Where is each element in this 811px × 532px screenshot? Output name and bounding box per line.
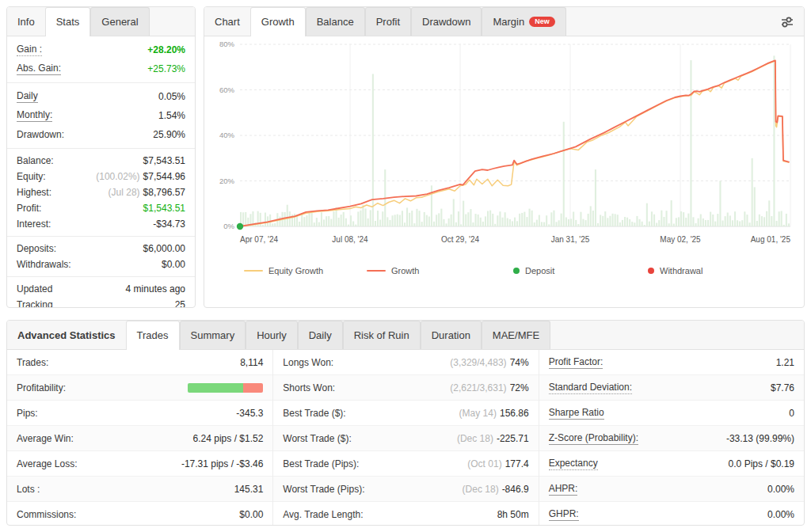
- stat-label-withdrawals: Withdrawals:: [17, 259, 71, 270]
- tab-drawdown[interactable]: Drawdown: [411, 7, 482, 36]
- volume-bar: [541, 222, 543, 226]
- cell-label-profit-factor[interactable]: Profit Factor:: [549, 356, 603, 369]
- tab-stats[interactable]: Stats: [45, 7, 91, 36]
- cell-value: $0.00: [239, 509, 263, 520]
- volume-bar: [773, 55, 775, 226]
- tab-daily[interactable]: Daily: [298, 321, 343, 349]
- cell-value-muted: (2,621/3,631): [450, 382, 506, 393]
- volume-bar: [779, 211, 780, 226]
- volume-bar: [409, 213, 410, 226]
- volume-bar: [590, 206, 592, 226]
- stat-label-daily[interactable]: Daily: [17, 90, 38, 103]
- cell-label-z-score-probability[interactable]: Z-Score (Probability):: [549, 432, 638, 445]
- cell-label-average-loss: Average Loss:: [17, 458, 78, 469]
- tab-chart[interactable]: Chart: [204, 7, 250, 36]
- cell-label-sharpe-ratio[interactable]: Sharpe Ratio: [549, 407, 604, 420]
- volume-bar: [617, 215, 619, 226]
- cell-value: (3,329/4,483)74%: [450, 357, 528, 368]
- tab-mae-mfe[interactable]: MAE/MFE: [482, 321, 550, 349]
- volume-bar: [690, 60, 691, 226]
- tab-growth[interactable]: Growth: [250, 7, 306, 36]
- volume-bar: [377, 211, 379, 226]
- cell-value-muted: (Dec 18): [457, 433, 493, 444]
- tab-label: Growth: [261, 16, 295, 28]
- cell-label-ghpr[interactable]: GHPR:: [549, 508, 579, 521]
- cell-value: 0: [789, 408, 794, 419]
- tab-risk-of-ruin[interactable]: Risk of Ruin: [343, 321, 421, 349]
- stat-value: (Jul 28)$8,796.57: [109, 187, 185, 198]
- stat-label-abs-gain[interactable]: Abs. Gain:: [17, 63, 61, 75]
- tab-profit[interactable]: Profit: [365, 7, 411, 36]
- cell-value: -17.31 pips / -$3.46: [181, 458, 263, 469]
- cell-value-muted: (Dec 18): [463, 484, 499, 495]
- volume-bar: [717, 214, 718, 226]
- volume-bar: [463, 201, 464, 226]
- cell-label-ahpr[interactable]: AHPR:: [549, 483, 578, 496]
- volume-bar: [287, 205, 288, 226]
- stats-list: Gain :+28.20%Abs. Gain:+25.73%Daily0.05%…: [7, 36, 195, 308]
- cell-label-standard-deviation[interactable]: Standard Deviation:: [549, 382, 632, 394]
- volume-bar: [355, 225, 356, 226]
- tab-summary[interactable]: Summary: [180, 321, 246, 349]
- tab-duration[interactable]: Duration: [421, 321, 482, 349]
- volume-bar: [489, 211, 491, 226]
- stat-value-main: 1.54%: [158, 110, 185, 121]
- tab-general[interactable]: General: [90, 7, 149, 36]
- chart-panel: ChartGrowthBalanceProfitDrawdownMarginNe…: [204, 6, 805, 308]
- tab-margin[interactable]: MarginNew: [482, 7, 565, 36]
- volume-bar: [424, 212, 425, 226]
- volume-bar: [741, 220, 743, 226]
- volume-bar: [451, 215, 452, 226]
- tab-hourly[interactable]: Hourly: [246, 321, 298, 349]
- volume-bar: [534, 222, 535, 226]
- legend-swatch-equity-growth: [244, 270, 263, 272]
- volume-bar: [372, 74, 374, 226]
- volume-bar: [727, 213, 729, 227]
- legend-item-growth[interactable]: Growth: [367, 266, 419, 276]
- chart-settings-icon[interactable]: [779, 13, 796, 31]
- tab-trades[interactable]: Trades: [126, 321, 180, 350]
- stat-label-gain[interactable]: Gain :: [17, 44, 42, 56]
- cell-value-main: -17.31 pips / -$3.46: [181, 458, 263, 469]
- volume-bar: [269, 215, 271, 226]
- volume-bar: [653, 215, 655, 226]
- stat-label-monthly[interactable]: Monthly:: [17, 109, 52, 122]
- volume-bar: [707, 220, 709, 226]
- stat-value-muted: (Jul 28): [109, 187, 140, 198]
- stat-value: $6,000.00: [143, 243, 185, 254]
- cell-value-main: 145.31: [234, 484, 264, 495]
- volume-bar: [389, 220, 390, 226]
- tab-label: Balance: [317, 16, 354, 28]
- stat-row-withdrawals: Withdrawals:$0.00: [7, 256, 195, 272]
- cell-label-trades: Trades:: [17, 357, 48, 368]
- stats-column-2: Longs Won:(3,329/4,483)74%Shorts Won:(2,…: [272, 350, 538, 526]
- cell-value-main: -345.3: [236, 408, 263, 419]
- trades-statistics-table: Trades:8,114Profitability:Pips:-345.3Ave…: [7, 350, 804, 526]
- row-expectancy: Expectancy0.0 Pips / $0.19: [539, 451, 804, 477]
- profitability-bar: [188, 383, 263, 393]
- tab-info[interactable]: Info: [7, 7, 45, 36]
- legend-item-withdrawal[interactable]: Withdrawal: [648, 266, 702, 276]
- legend-item-deposit[interactable]: Deposit: [513, 266, 554, 276]
- stat-value-main: 25: [175, 299, 185, 308]
- volume-bar: [543, 222, 545, 226]
- cell-label-expectancy[interactable]: Expectancy: [549, 458, 598, 470]
- volume-bar: [446, 223, 447, 226]
- volume-bar: [306, 215, 307, 226]
- volume-bar: [502, 218, 504, 226]
- tab-advanced-statistics[interactable]: Advanced Statistics: [7, 321, 126, 349]
- y-tick-label: 80%: [219, 40, 235, 48]
- volume-bar: [595, 169, 596, 226]
- volume-bar: [692, 217, 694, 226]
- row-best-trade: Best Trade ($):(May 14)156.86: [273, 401, 538, 426]
- volume-bar: [386, 217, 388, 226]
- tab-balance[interactable]: Balance: [306, 7, 365, 36]
- volume-bar: [781, 211, 782, 227]
- volume-bar: [330, 219, 332, 227]
- volume-bar: [705, 220, 706, 226]
- volume-bar: [443, 219, 444, 226]
- legend-item-equity-growth[interactable]: Equity Growth: [244, 266, 323, 276]
- cell-value-main: $7.76: [771, 382, 794, 393]
- row-average-win: Average Win:6.24 pips / $1.52: [7, 426, 272, 451]
- row-best-trade-pips: Best Trade (Pips):(Oct 01)177.4: [273, 451, 538, 477]
